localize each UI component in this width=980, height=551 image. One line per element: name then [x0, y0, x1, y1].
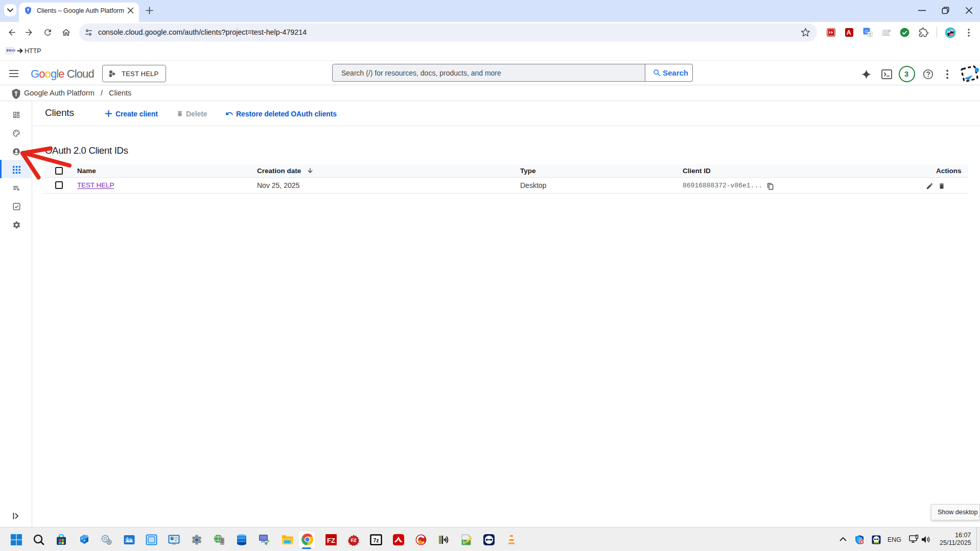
svg-text:FZ: FZ [327, 537, 335, 544]
svg-text:7z: 7z [373, 537, 379, 543]
svg-text:文: 文 [869, 32, 872, 36]
svg-text:FZ: FZ [351, 538, 357, 543]
